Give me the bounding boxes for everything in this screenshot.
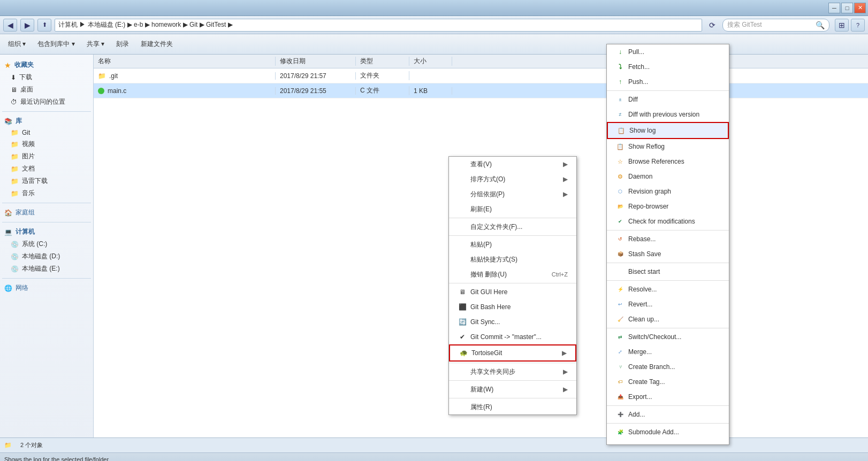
- address-path[interactable]: 计算机 ▶ 本地磁盘 (E:) ▶ e-b ▶ homework ▶ Git ▶…: [55, 19, 702, 32]
- file-name-mainc: main.c: [94, 87, 276, 95]
- tgit-sep-7: [607, 423, 729, 424]
- video-label: 视频: [22, 140, 35, 149]
- tgit-add[interactable]: ➕ Add...: [607, 407, 729, 422]
- sidebar-item-docs[interactable]: 📁 文档: [0, 163, 93, 175]
- ctx-git-gui[interactable]: 🖥 Git GUI Here: [449, 285, 576, 299]
- sidebar-item-homegroup[interactable]: 🏠 家庭组: [0, 206, 93, 219]
- maximize-button[interactable]: □: [841, 3, 853, 13]
- sidebar-item-video[interactable]: 📁 视频: [0, 138, 93, 150]
- sidebar-item-drive-d[interactable]: 💿 本地磁盘 (D:): [0, 250, 93, 263]
- ctx-share-sync[interactable]: 共享文件夹同步 ▶: [449, 364, 576, 379]
- sidebar-item-drive-c[interactable]: 💿 系统 (C:): [0, 238, 93, 250]
- tgit-sep-4: [607, 280, 729, 281]
- view-toggle-button[interactable]: ⊞: [835, 19, 849, 32]
- file-date-mainc: 2017/8/29 21:55: [276, 87, 356, 95]
- favorites-icon: ★: [4, 61, 11, 70]
- sidebar-item-network[interactable]: 🌐 网络: [0, 282, 93, 294]
- col-header-date[interactable]: 修改日期: [276, 57, 356, 66]
- sidebar-item-git[interactable]: 📁 Git: [0, 127, 93, 138]
- tgit-create-patch[interactable]: 📄 Create Patch Serial...: [607, 440, 729, 445]
- organize-button[interactable]: 组织 ▾: [3, 37, 31, 52]
- sidebar-item-recent[interactable]: ⏱ 最近访问的位置: [0, 96, 93, 108]
- ctx-refresh[interactable]: 刷新(E): [449, 202, 576, 217]
- sort-icon: [458, 174, 467, 184]
- col-header-name[interactable]: 名称: [94, 57, 276, 66]
- tgit-cleanup[interactable]: 🧹 Clean up...: [607, 312, 729, 327]
- sidebar-item-drive-e[interactable]: 💿 本地磁盘 (E:): [0, 263, 93, 275]
- addressbar: ◀ ▶ ⬆ 计算机 ▶ 本地磁盘 (E:) ▶ e-b ▶ homework ▶…: [0, 16, 868, 34]
- tgit-show-reflog[interactable]: 📋 Show Reflog: [607, 139, 729, 154]
- diff-icon: ±: [615, 95, 625, 104]
- ctx-git-sync[interactable]: 🔄 Git Sync...: [449, 314, 576, 329]
- ctx-group[interactable]: 分组依据(P) ▶: [449, 187, 576, 202]
- close-button[interactable]: ✕: [854, 3, 866, 13]
- minimize-button[interactable]: ─: [828, 3, 840, 13]
- back-button[interactable]: ◀: [3, 19, 17, 32]
- tgit-merge[interactable]: ⤢ Merge...: [607, 344, 729, 359]
- music-label: 音乐: [22, 189, 35, 198]
- libraries-label: 库: [16, 117, 22, 126]
- sidebar-item-desktop[interactable]: 🖥 桌面: [0, 83, 93, 96]
- tgit-resolve[interactable]: ⚡ Resolve...: [607, 282, 729, 297]
- downloads-label: 下载: [19, 73, 32, 82]
- tgit-pull[interactable]: ↓ Pull...: [607, 44, 729, 59]
- new-folder-button[interactable]: 新建文件夹: [136, 37, 178, 52]
- tgit-daemon[interactable]: ⚙ Daemon: [607, 169, 729, 184]
- desktop-label: 桌面: [20, 85, 33, 94]
- tgit-revision-graph[interactable]: ⬡ Revision graph: [607, 184, 729, 199]
- tgit-create-tag[interactable]: 🏷 Create Tag...: [607, 374, 729, 389]
- sidebar-item-pictures[interactable]: 📁 图片: [0, 150, 93, 163]
- ctx-paste[interactable]: 粘贴(P): [449, 237, 576, 252]
- tgit-diff[interactable]: ± Diff: [607, 92, 729, 107]
- ctx-view[interactable]: 查看(V) ▶: [449, 157, 576, 172]
- tgit-switch-checkout[interactable]: ⇄ Switch/Checkout...: [607, 329, 729, 344]
- tgit-show-log[interactable]: 📋 Show log: [607, 122, 729, 139]
- tgit-revert[interactable]: ↩ Revert...: [607, 297, 729, 312]
- up-button[interactable]: ⬆: [37, 19, 51, 32]
- network-label: 网络: [16, 283, 28, 293]
- tgit-repo-browser[interactable]: 📂 Repo-browser: [607, 199, 729, 214]
- tgit-rebase[interactable]: ↺ Rebase...: [607, 232, 729, 247]
- burn-button[interactable]: 刻录: [111, 37, 134, 52]
- tgit-stash-save[interactable]: 📦 Stash Save: [607, 247, 729, 262]
- ctx-new[interactable]: 新建(W) ▶: [449, 382, 576, 397]
- col-header-size[interactable]: 大小: [409, 57, 452, 66]
- tgit-sep-2: [607, 230, 729, 231]
- create-patch-icon: 📄: [615, 442, 625, 445]
- ctx-sort[interactable]: 排序方式(O) ▶: [449, 172, 576, 187]
- refresh-button[interactable]: ⟳: [705, 19, 719, 32]
- tgit-export[interactable]: 📤 Export...: [607, 389, 729, 404]
- forward-button[interactable]: ▶: [20, 19, 34, 32]
- tgit-browse-refs[interactable]: ☆ Browse References: [607, 154, 729, 169]
- ctx-undo-delete[interactable]: 撤销 删除(U) Ctrl+Z: [449, 267, 576, 282]
- include-library-button[interactable]: 包含到库中 ▾: [33, 37, 79, 52]
- git-label: Git: [22, 129, 30, 136]
- table-row[interactable]: 📁 .git 2017/8/29 21:57 文件夹: [94, 68, 868, 83]
- sidebar-item-music[interactable]: 📁 音乐: [0, 187, 93, 199]
- ctx-paste-shortcut[interactable]: 粘贴快捷方式(S): [449, 252, 576, 267]
- ctx-tortoisegit[interactable]: 🐢 TortoiseGit ▶: [449, 344, 576, 362]
- search-box[interactable]: 搜索 GitTest 🔍: [722, 19, 829, 32]
- tgit-fetch[interactable]: ⤵ Fetch...: [607, 59, 729, 74]
- show-log-icon: 📋: [616, 126, 626, 135]
- tgit-submodule-add[interactable]: 🧩 Submodule Add...: [607, 425, 729, 440]
- tgit-diff-prev[interactable]: ≠ Diff with previous version: [607, 107, 729, 122]
- tgit-bisect[interactable]: Bisect start: [607, 264, 729, 279]
- homegroup-label: 家庭组: [16, 208, 35, 217]
- ctx-git-bash[interactable]: ⬛ Git Bash Here: [449, 299, 576, 314]
- help-button[interactable]: ?: [851, 19, 865, 32]
- col-header-type[interactable]: 类型: [356, 57, 409, 66]
- sidebar-item-thunder[interactable]: 📁 迅雷下载: [0, 175, 93, 187]
- ctx-customize[interactable]: 自定义文件夹(F)...: [449, 219, 576, 234]
- sidebar-item-downloads[interactable]: ⬇ 下载: [0, 71, 93, 83]
- share-button[interactable]: 共享 ▾: [82, 37, 109, 52]
- ctx-properties[interactable]: 属性(R): [449, 399, 576, 414]
- tgit-push[interactable]: ↑ Push...: [607, 74, 729, 89]
- table-row[interactable]: main.c 2017/8/29 21:55 C 文件 1 KB: [94, 83, 868, 98]
- ctx-git-commit[interactable]: ✔ Git Commit -> "master"...: [449, 329, 576, 344]
- homegroup-icon: 🏠: [4, 209, 12, 217]
- tgit-check-mods[interactable]: ✔ Check for modifications: [607, 214, 729, 229]
- git-commit-icon: ✔: [458, 332, 467, 342]
- tgit-create-branch[interactable]: ⑂ Create Branch...: [607, 359, 729, 374]
- ctx-sep-3: [449, 283, 576, 283]
